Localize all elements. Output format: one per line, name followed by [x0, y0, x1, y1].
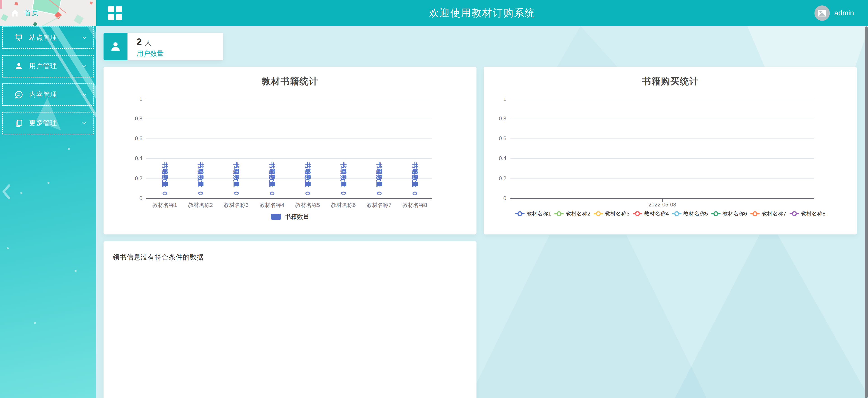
decor-dot — [74, 270, 76, 272]
gridline — [146, 158, 432, 159]
y-tick-label: 1 — [117, 95, 143, 102]
chevron-down-icon — [81, 35, 88, 41]
sidebar-item-label: 首页 — [24, 8, 39, 18]
chevron-down-icon — [81, 92, 88, 98]
x-category-label: 教材名称1 — [147, 201, 183, 209]
legend-item[interactable]: 教材名称4 — [633, 210, 669, 217]
legend-swatch — [271, 214, 281, 220]
chevron-down-icon — [81, 120, 88, 126]
confetti-shape — [14, 2, 18, 6]
line-marker-icon — [672, 211, 682, 217]
sidebar-item-label: 内容管理 — [29, 90, 81, 99]
sidebar: 首页 站点管理 — [0, 0, 96, 398]
user-count-card: 2人 用户数量 — [103, 33, 223, 60]
confetti-shape — [90, 2, 93, 4]
confetti-shape — [1, 14, 8, 21]
legend-label: 教材名称4 — [644, 210, 669, 217]
confetti-shape — [0, 0, 2, 8]
legend-label: 教材名称7 — [762, 210, 786, 217]
gridline — [146, 99, 432, 99]
legend-item[interactable]: 教材名称5 — [672, 210, 708, 217]
bar-value-label: 书籍数量0 — [339, 164, 348, 194]
y-tick-label: 0.6 — [117, 135, 143, 142]
legend-item[interactable]: 教材名称3 — [594, 210, 629, 217]
sidebar-item-label: 用户管理 — [29, 62, 81, 71]
sidebar-item-content-management[interactable]: 内容管理 — [2, 84, 94, 106]
x-category-label: 教材名称7 — [361, 201, 397, 209]
y-tick-label: 0 — [117, 195, 143, 202]
board-icon — [14, 33, 23, 42]
x-category-label: 教材名称5 — [290, 201, 326, 209]
confetti-shape — [33, 22, 37, 26]
header: 欢迎使用教材订购系统 admin — [96, 0, 868, 26]
chart-legend: 教材名称1 教材名称2 教材名称3 教材名称4 教材名称5 教材名称6 教材名称… — [484, 210, 857, 217]
user-icon — [14, 62, 23, 71]
y-tick-label: 0.6 — [484, 135, 506, 142]
user-count-value: 2人 — [136, 36, 164, 47]
empty-state-text: 领书信息没有符合条件的数据 — [113, 253, 467, 262]
collapse-sidebar-icon[interactable] — [0, 184, 12, 200]
book-collection-panel: 领书信息没有符合条件的数据 — [103, 241, 476, 398]
decor-dot — [7, 247, 9, 250]
comment-icon — [14, 90, 23, 99]
gridline — [146, 178, 432, 179]
legend-item-book-count[interactable]: 书籍数量 — [103, 213, 476, 221]
sidebar-item-more-management[interactable]: 更多管理 — [2, 112, 94, 134]
sidebar-item-user-management[interactable]: 用户管理 — [2, 55, 94, 77]
gridline — [510, 138, 814, 139]
bar-value-label: 书籍数量0 — [375, 164, 383, 194]
bar-value-label: 书籍数量0 — [268, 164, 276, 194]
legend-label: 教材名称1 — [526, 210, 551, 217]
sidebar-menu: 站点管理 用户管理 内容管理 — [0, 26, 96, 398]
user-count-label: 用户数量 — [136, 49, 164, 58]
line-marker-icon — [515, 211, 525, 217]
line-marker-icon — [711, 211, 721, 217]
decor-dot — [68, 148, 70, 150]
confetti-shape — [37, 15, 62, 26]
x-date-label: 2022-05-03 — [617, 201, 708, 208]
y-tick-label: 0.2 — [117, 175, 143, 182]
gridline — [146, 138, 432, 139]
user-menu[interactable]: admin — [814, 5, 854, 21]
gridline — [510, 158, 814, 159]
legend-item[interactable]: 教材名称6 — [711, 210, 747, 217]
gridline — [510, 99, 814, 99]
gridline — [510, 119, 814, 119]
bar-value-label: 书籍数量0 — [410, 164, 419, 194]
line-marker-icon — [594, 211, 603, 217]
user-count-unit: 人 — [145, 39, 151, 46]
legend-item[interactable]: 教材名称8 — [789, 210, 826, 217]
chart-title: 教材书籍统计 — [103, 75, 476, 88]
gridline — [146, 119, 432, 119]
legend-label: 教材名称8 — [801, 210, 826, 217]
grid-menu-icon[interactable] — [108, 6, 122, 20]
x-axis-line — [146, 198, 432, 199]
legend-item[interactable]: 教材名称7 — [750, 210, 786, 217]
x-category-label: 教材名称4 — [254, 201, 290, 209]
legend-item[interactable]: 教材名称2 — [554, 210, 590, 217]
y-tick-label: 0.2 — [484, 175, 506, 182]
main-content: 2人 用户数量 教材书籍统计 1 0.8 0.6 0.4 0.2 0 教材名称1… — [96, 26, 868, 398]
decor-dot — [48, 182, 50, 184]
y-tick-label: 1 — [484, 95, 506, 102]
scrollbar[interactable] — [865, 26, 868, 398]
sidebar-item-label: 站点管理 — [29, 33, 81, 42]
sidebar-item-site-management[interactable]: 站点管理 — [2, 26, 94, 49]
decor-dot — [20, 192, 22, 194]
x-category-label: 教材名称6 — [326, 201, 361, 209]
x-category-label: 教材名称8 — [397, 201, 433, 209]
y-tick-label: 0.4 — [484, 155, 506, 162]
legend-label: 教材名称5 — [683, 210, 708, 217]
legend-item[interactable]: 教材名称1 — [515, 210, 551, 217]
sidebar-item-home[interactable]: 首页 — [10, 8, 39, 18]
gridline — [510, 178, 814, 179]
y-tick-label: 0.4 — [117, 155, 143, 162]
image-icon — [818, 9, 827, 17]
avatar — [814, 5, 830, 21]
chart-title: 书籍购买统计 — [484, 75, 857, 88]
legend-label: 教材名称3 — [605, 210, 629, 217]
confetti-shape — [74, 14, 84, 24]
line-marker-icon — [750, 211, 760, 217]
legend-label: 书籍数量 — [285, 213, 309, 221]
chevron-down-icon — [81, 63, 88, 69]
